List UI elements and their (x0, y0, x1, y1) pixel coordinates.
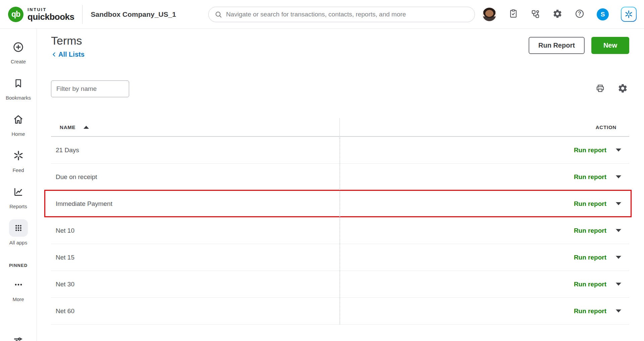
apps-grid-icon (13, 223, 24, 233)
row-actions: Run report (574, 254, 621, 261)
header-icons: ? S (482, 7, 637, 22)
global-search-bar[interactable] (208, 7, 475, 22)
global-search-input[interactable] (225, 10, 469, 18)
name-column-label: NAME (60, 124, 75, 130)
row-actions: Run report (574, 147, 621, 154)
sort-ascending-icon (84, 126, 89, 129)
run-report-link[interactable]: Run report (574, 147, 606, 154)
quickbooks-logo[interactable]: qb INTUIT quickbooks (8, 7, 74, 22)
sidebar-item-feed[interactable]: Feed (9, 147, 28, 173)
sidebar-item-label: More (12, 296, 24, 302)
table-row: Net 10 Run report (51, 217, 629, 244)
row-actions: Run report (574, 227, 621, 234)
sidebar-item-label: Create (11, 59, 26, 64)
workflows-icon (530, 9, 540, 19)
plus-circle-icon (12, 41, 24, 53)
table-row: 21 Days Run report (51, 137, 629, 164)
page-actions: Run Report New (529, 37, 629, 59)
table-row: Immediate Payment Run report (51, 190, 629, 217)
dropdown-caret-icon[interactable] (616, 309, 621, 312)
term-name: Net 30 (56, 281, 74, 288)
dropdown-caret-icon[interactable] (616, 202, 621, 205)
quickbooks-app: qb INTUIT quickbooks Sandbox Company_US_… (0, 0, 644, 341)
ellipsis-icon (13, 279, 24, 290)
sidebar-item-all-apps[interactable]: All apps (9, 219, 28, 245)
column-header-action: ACTION (596, 124, 616, 130)
tasks-clipboard-button[interactable] (508, 9, 518, 20)
row-actions: Run report (574, 281, 621, 288)
intuit-assist-button[interactable] (621, 7, 637, 22)
main-content: Terms All Lists Run Report New (37, 29, 644, 341)
settings-gear-icon (552, 9, 562, 19)
filter-row (51, 80, 629, 97)
dropdown-caret-icon[interactable] (616, 149, 621, 152)
help-icon: ? (575, 9, 585, 19)
run-report-link[interactable]: Run report (574, 173, 606, 181)
table-row: Net 60 Run report (51, 298, 629, 325)
sidebar-item-label: All apps (9, 240, 27, 245)
user-avatar[interactable] (482, 7, 496, 21)
row-actions: Run report (574, 200, 621, 208)
terms-table: NAME ACTION 21 Days Run report Due on re… (51, 118, 629, 325)
table-row: Net 30 Run report (51, 271, 629, 298)
row-actions: Run report (574, 307, 621, 315)
sliders-icon (12, 335, 24, 341)
dropdown-caret-icon[interactable] (616, 229, 621, 232)
svg-text:?: ? (578, 11, 581, 16)
table-row: Due on receipt Run report (51, 164, 629, 190)
term-name: Net 60 (56, 307, 74, 315)
row-actions: Run report (574, 173, 621, 181)
dropdown-caret-icon[interactable] (616, 175, 621, 178)
all-lists-label: All Lists (58, 51, 85, 58)
filter-by-name-input[interactable] (51, 80, 129, 97)
print-button[interactable] (595, 83, 605, 95)
left-sidebar: Create Bookmarks Home (0, 29, 37, 341)
dropdown-caret-icon[interactable] (616, 256, 621, 259)
user-initial-badge[interactable]: S (597, 8, 609, 20)
table-tools (595, 83, 629, 95)
page-title: Terms (51, 34, 85, 47)
help-button[interactable]: ? (575, 9, 585, 20)
sidebar-item-home[interactable]: Home (9, 111, 28, 137)
run-report-link[interactable]: Run report (574, 254, 606, 261)
run-report-link[interactable]: Run report (574, 200, 606, 208)
term-name: 21 Days (56, 147, 79, 154)
sidebar-item-label: Bookmarks (6, 95, 31, 101)
app-body: Create Bookmarks Home (0, 29, 644, 341)
term-name: Due on receipt (56, 173, 97, 181)
column-header-name[interactable]: NAME (60, 124, 89, 130)
brand-text: INTUIT quickbooks (28, 7, 74, 21)
gear-icon (618, 83, 628, 94)
search-icon (215, 11, 222, 18)
pinned-section-label: PINNED (9, 263, 28, 268)
run-report-link[interactable]: Run report (574, 227, 606, 234)
top-header: qb INTUIT quickbooks Sandbox Company_US_… (0, 0, 644, 29)
spark-icon (13, 150, 24, 161)
dropdown-caret-icon[interactable] (616, 283, 621, 286)
sidebar-item-label: Home (11, 131, 25, 137)
table-settings-button[interactable] (618, 83, 628, 95)
page-header: Terms All Lists Run Report New (51, 34, 629, 59)
run-report-link[interactable]: Run report (574, 307, 606, 315)
settings-button[interactable] (552, 9, 562, 20)
line-chart-icon (12, 186, 24, 198)
home-icon (12, 114, 24, 125)
sidebar-item-create[interactable]: Create (9, 38, 28, 64)
run-report-button[interactable]: Run Report (529, 37, 585, 54)
workflows-button[interactable] (530, 9, 540, 20)
sidebar-item-more[interactable]: More (9, 276, 28, 302)
sidebar-item-reports[interactable]: Reports (9, 183, 28, 209)
table-header: NAME ACTION (51, 118, 629, 137)
header-divider (82, 5, 83, 24)
sidebar-item-bookmarks[interactable]: Bookmarks (6, 74, 31, 101)
new-button[interactable]: New (591, 37, 629, 54)
sidebar-item-label: Reports (9, 204, 27, 209)
term-name: Net 10 (56, 227, 74, 234)
all-lists-back-link[interactable]: All Lists (51, 51, 85, 58)
chevron-left-icon (51, 51, 57, 58)
term-name: Immediate Payment (56, 200, 112, 208)
intuit-wordmark: INTUIT (28, 7, 74, 12)
sidebar-item-customize[interactable]: Customize (6, 332, 30, 341)
intuit-assist-spark-icon (624, 10, 633, 19)
run-report-link[interactable]: Run report (574, 281, 606, 288)
